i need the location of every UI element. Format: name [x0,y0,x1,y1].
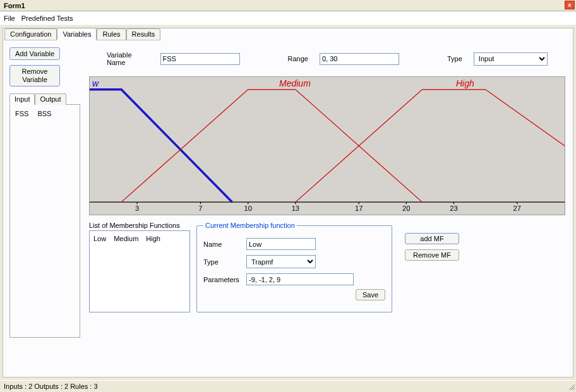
mf-item-high[interactable]: High [146,235,160,242]
plot-label-medium: Medium [279,78,311,88]
add-variable-button[interactable]: Add Variable [9,47,60,60]
current-mf-legend: Current Membership function [203,222,297,229]
menu-bar: File Predefined Tests [0,11,576,25]
tab-results[interactable]: Results [126,28,161,40]
variable-item-bss[interactable]: BSS [37,110,51,117]
svg-text:3: 3 [135,205,139,212]
menu-file[interactable]: File [4,15,15,22]
mf-params-input[interactable] [246,273,354,285]
add-mf-button[interactable]: add MF [405,233,459,244]
variable-name-input[interactable] [160,53,240,65]
close-icon[interactable]: × [565,1,575,9]
type-select[interactable]: Input [474,52,548,66]
tab-variables[interactable]: Variables [57,28,97,40]
mf-item-medium[interactable]: Medium [114,235,138,242]
variable-item-fss[interactable]: FSS [15,110,28,117]
plot-label-low: w [92,78,99,88]
status-text: Inputs : 2 Outputs : 2 Rules : 3 [4,383,98,390]
mf-item-low[interactable]: Low [93,235,106,242]
mf-type-label: Type [203,258,243,266]
svg-text:20: 20 [402,205,410,212]
svg-text:17: 17 [355,205,363,212]
sub-tab-output[interactable]: Output [35,93,66,105]
svg-text:23: 23 [450,205,457,212]
tab-configuration[interactable]: Configuration [4,28,57,40]
range-input[interactable] [320,53,399,65]
resize-grip-icon[interactable] [567,383,575,390]
svg-text:27: 27 [513,205,521,212]
mf-type-select[interactable]: Trapmf [246,255,316,268]
mf-name-input[interactable] [246,238,316,250]
svg-text:7: 7 [198,205,202,212]
svg-text:13: 13 [292,205,299,212]
mf-list-title: List of Membership Functions [89,222,190,229]
status-bar: Inputs : 2 Outputs : 2 Rules : 3 [0,380,576,391]
membership-plot: w Medium High 37101317202327 [89,76,565,215]
plot-label-high: High [456,78,474,88]
mf-list[interactable]: Low Medium High [89,230,190,312]
range-label: Range [288,55,308,62]
window-title: Form1 [1,2,25,9]
current-mf-group: Current Membership function Name Type Tr… [196,222,392,312]
menu-predefined-tests[interactable]: Predefined Tests [21,15,73,22]
sub-tab-input[interactable]: Input [9,93,35,105]
title-bar: Form1 × [0,0,576,11]
save-button[interactable]: Save [356,289,385,300]
mf-name-label: Name [203,241,243,248]
mf-params-label: Parameters [203,276,243,283]
remove-mf-button[interactable]: Remove MF [405,249,459,261]
variable-name-label: Variable Name [107,51,149,66]
tab-rules[interactable]: Rules [97,28,126,40]
variable-list-panel: FSS BSS [9,104,80,338]
main-tab-bar: Configuration Variables Rules Results [4,28,160,40]
svg-text:10: 10 [244,205,251,212]
remove-variable-button[interactable]: Remove Variable [9,65,60,86]
type-label: Type [447,55,462,62]
